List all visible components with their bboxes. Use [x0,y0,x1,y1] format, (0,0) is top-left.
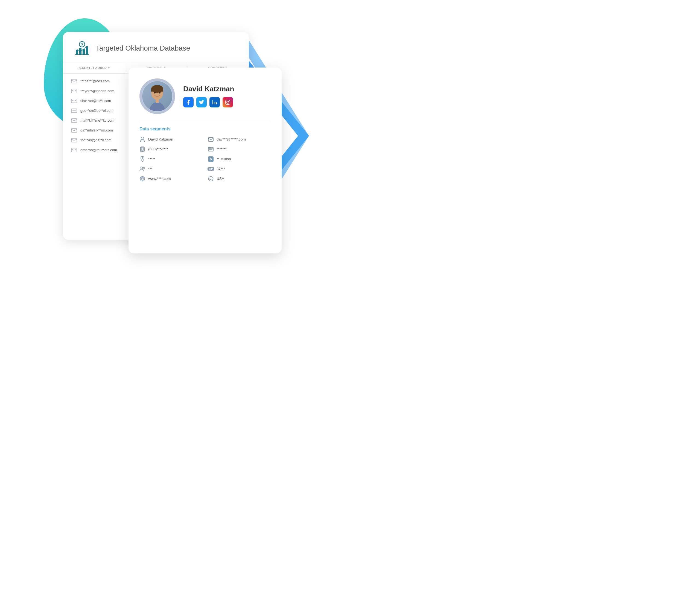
name-value: David Katzman [148,137,173,141]
profile-card: David Katzman [128,67,282,253]
data-item-zip: ZIP 37*** [208,166,271,172]
email-icon [71,148,77,152]
svg-point-23 [141,137,144,140]
data-item-id: ******* [208,146,271,152]
card-header: $ Targeted Oklahoma Database [63,32,249,62]
email-icon [71,79,77,83]
svg-point-35 [143,167,145,168]
svg-rect-12 [71,138,77,142]
svg-point-40 [209,176,213,181]
page-title: Targeted Oklahoma Database [96,44,190,53]
email-icon [71,128,77,133]
employees-value: *** [148,167,153,171]
profile-info: David Katzman [183,85,271,108]
email-icon [71,118,77,123]
svg-rect-9 [71,109,77,113]
zip-value: 37*** [216,167,225,171]
avatar [139,78,175,114]
email-icon [71,89,77,93]
dollar-icon: $ [208,156,214,162]
email-icon [71,99,77,103]
id-icon [208,146,214,152]
svg-point-33 [142,157,143,159]
svg-point-34 [141,167,143,169]
svg-rect-6 [71,79,77,83]
avatar-inner [142,81,172,111]
location-value: ***** [148,157,155,161]
svg-rect-7 [71,89,77,93]
email-icon [71,109,77,113]
zip-badge-icon: ZIP [208,166,214,172]
data-grid: David Katzman dav***@*****.com [139,136,271,182]
linkedin-icon[interactable] [210,97,220,108]
data-item-employees: *** [139,166,202,172]
profile-top-section: David Katzman [139,78,271,121]
svg-point-30 [210,148,211,150]
email-value: dav***@*****.com [216,137,246,141]
svg-point-21 [227,101,229,103]
logo-icon: $ [74,40,90,57]
revenue-value: ** Million [216,157,231,161]
data-item-phone: (800)***-**** [139,146,202,152]
svg-point-22 [229,101,229,101]
people-icon [139,166,146,172]
country-value: USA [216,177,224,181]
svg-rect-19 [155,99,159,103]
envelope-icon [208,136,214,142]
phone-value: (800)***-**** [148,147,168,151]
country-icon [208,176,214,182]
location-icon [139,156,146,162]
data-item-website: www.****.com [139,176,202,182]
person-icon [139,136,146,142]
svg-point-18 [159,92,161,93]
svg-rect-16 [151,89,163,91]
svg-rect-10 [71,118,77,123]
svg-text:$: $ [81,42,83,46]
instagram-icon[interactable] [223,97,233,108]
twitter-icon[interactable] [196,97,207,108]
svg-rect-11 [71,128,77,132]
profile-name: David Katzman [183,85,271,93]
svg-rect-13 [71,148,77,152]
id-value: ******* [216,147,227,151]
social-icons [183,97,271,108]
svg-rect-26 [141,147,143,150]
data-segments-label: Data segments [139,127,271,131]
globe-icon [139,176,146,182]
website-value: www.****.com [148,177,171,181]
svg-point-17 [154,92,155,93]
data-item-email: dav***@*****.com [208,136,271,142]
email-icon [71,138,77,142]
facebook-icon[interactable] [183,97,193,108]
data-item-revenue: $ ** Million [208,156,271,162]
svg-rect-8 [71,99,77,103]
data-item-name: David Katzman [139,136,202,142]
data-item-location: ***** [139,156,202,162]
filter-recently-added[interactable]: RECENTLY ADDED [63,62,125,73]
data-item-country: USA [208,176,271,182]
phone-icon [139,146,146,152]
